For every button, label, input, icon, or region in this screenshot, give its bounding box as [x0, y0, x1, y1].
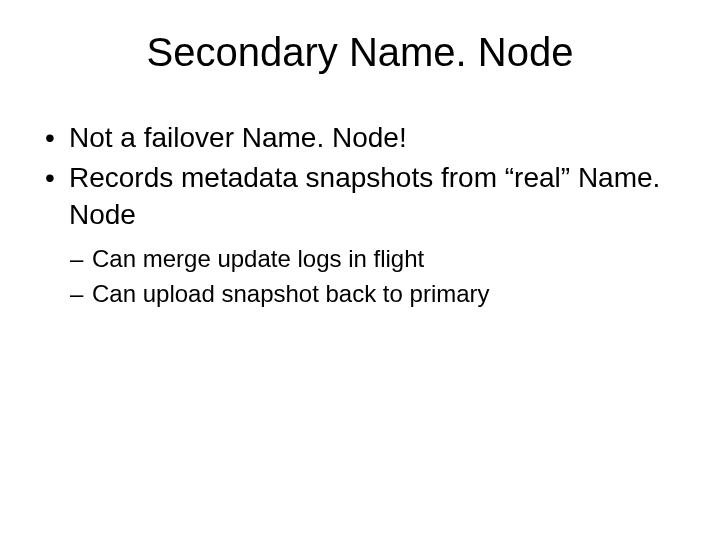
bullet-item: Not a failover Name. Node!	[45, 120, 690, 156]
slide-title: Secondary Name. Node	[30, 30, 690, 75]
sub-bullet-item: Can merge update logs in flight	[70, 243, 690, 275]
sub-bullet-item: Can upload snapshot back to primary	[70, 278, 690, 310]
bullet-item: Records metadata snapshots from “real” N…	[45, 160, 690, 233]
bullet-list: Not a failover Name. Node! Records metad…	[30, 120, 690, 233]
sub-bullet-list: Can merge update logs in flight Can uplo…	[30, 243, 690, 310]
